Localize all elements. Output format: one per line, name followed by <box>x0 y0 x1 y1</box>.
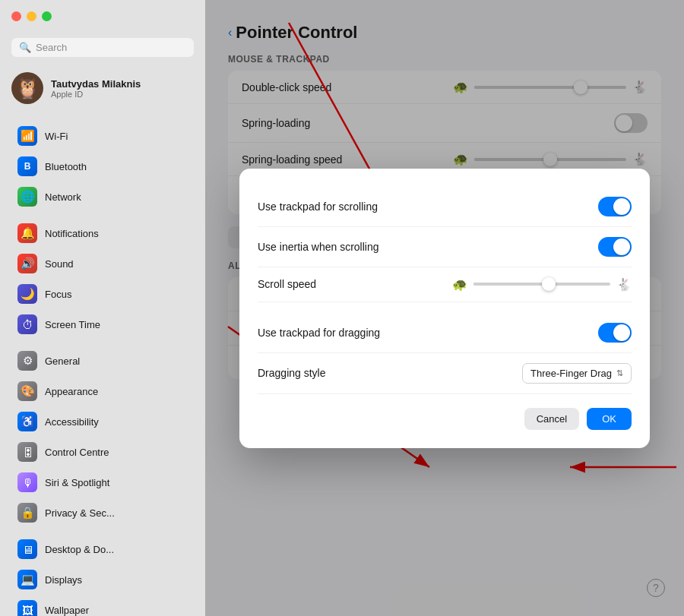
modal-inertia-row: Use inertia when scrolling <box>258 227 632 267</box>
sidebar-item-label: Sound <box>45 258 74 270</box>
scroll-slider-thumb[interactable] <box>542 277 556 291</box>
sidebar-item-label: Screen Time <box>45 319 100 330</box>
sidebar-item-label: Privacy & Sec... <box>45 507 115 519</box>
fullscreen-button[interactable] <box>42 11 52 21</box>
inertia-toggle[interactable] <box>598 237 632 257</box>
general-icon: ⚙ <box>17 351 37 371</box>
use-dragging-toggle[interactable] <box>598 323 632 343</box>
sidebar: 🔍 Search 🦉 Tautvydas Milaknis Apple ID 📶… <box>0 0 205 616</box>
sidebar-item-label: Appearance <box>45 386 98 397</box>
sidebar-item-label: Displays <box>45 574 82 586</box>
sidebar-item-privacy[interactable]: 🔒 Privacy & Sec... <box>6 498 199 527</box>
appearance-icon: 🎨 <box>17 381 37 401</box>
siri-icon: 🎙 <box>17 472 37 492</box>
toggle-knob-scroll <box>613 198 630 215</box>
modal-use-dragging-row: Use trackpad for dragging <box>258 313 632 353</box>
use-scrolling-toggle[interactable] <box>598 197 632 216</box>
sidebar-item-wallpaper[interactable]: 🖼 Wallpaper <box>6 595 199 616</box>
search-icon: 🔍 <box>19 42 31 53</box>
control-icon: 🎛 <box>17 442 37 462</box>
dragging-style-value: Three-Finger Drag <box>530 368 612 379</box>
close-button[interactable] <box>11 11 21 21</box>
sidebar-item-controlcenter[interactable]: 🎛 Control Centre <box>6 438 199 466</box>
sidebar-item-label: Siri & Spotlight <box>45 477 109 488</box>
modal-use-dragging-label: Use trackpad for dragging <box>258 327 598 339</box>
accessibility-icon: ♿ <box>17 412 37 431</box>
bluetooth-icon: B <box>17 156 37 176</box>
network-icon: 🌐 <box>17 187 37 207</box>
user-name: Tautvydas Milaknis <box>51 78 141 90</box>
sidebar-item-label: Network <box>45 191 81 203</box>
sidebar-item-general[interactable]: ⚙ General <box>6 346 199 375</box>
sidebar-item-accessibility[interactable]: ♿ Accessibility <box>6 407 199 436</box>
scroll-slider-track[interactable] <box>473 283 610 286</box>
modal-footer: Cancel OK <box>258 408 632 430</box>
focus-icon: 🌙 <box>17 284 37 304</box>
notifications-icon: 🔔 <box>17 223 37 243</box>
scroll-slider-fill <box>473 283 549 286</box>
sidebar-item-label: Bluetooth <box>45 161 87 172</box>
toggle-knob-inertia <box>613 239 630 255</box>
sidebar-item-label: Focus <box>45 289 71 300</box>
toggle-knob-drag <box>613 324 630 341</box>
traffic-lights <box>11 11 52 21</box>
wifi-icon: 📶 <box>17 126 37 146</box>
sidebar-item-label: Notifications <box>45 228 99 239</box>
scroll-speed-slider[interactable]: 🐢 🐇 <box>452 277 632 292</box>
sidebar-item-label: Desktop & Do... <box>45 544 114 555</box>
sidebar-item-displays[interactable]: 💻 Displays <box>6 565 199 594</box>
sidebar-item-siri[interactable]: 🎙 Siri & Spotlight <box>6 468 199 497</box>
sound-icon: 🔊 <box>17 254 37 273</box>
trackpad-options-modal: Use trackpad for scrolling Use inertia w… <box>239 169 650 448</box>
modal-use-scrolling-label: Use trackpad for scrolling <box>258 201 598 213</box>
sidebar-item-screentime[interactable]: ⏱ Screen Time <box>6 310 199 339</box>
modal-overlay: Use trackpad for scrolling Use inertia w… <box>205 0 684 616</box>
minimize-button[interactable] <box>27 11 36 21</box>
wallpaper-icon: 🖼 <box>17 600 37 616</box>
sidebar-item-network[interactable]: 🌐 Network <box>6 182 199 211</box>
search-bar[interactable]: 🔍 Search <box>11 38 194 57</box>
slow-scroll-icon: 🐢 <box>452 277 467 292</box>
modal-use-scrolling-row: Use trackpad for scrolling <box>258 187 632 227</box>
sidebar-item-wifi[interactable]: 📶 Wi-Fi <box>6 122 199 150</box>
sidebar-item-notifications[interactable]: 🔔 Notifications <box>6 219 199 248</box>
chevron-updown-icon: ⇅ <box>616 368 623 378</box>
sidebar-item-appearance[interactable]: 🎨 Appearance <box>6 377 199 406</box>
user-info: Tautvydas Milaknis Apple ID <box>51 78 141 99</box>
sidebar-item-label: Accessibility <box>45 416 99 428</box>
ok-button[interactable]: OK <box>587 408 632 430</box>
search-label: Search <box>36 42 67 53</box>
modal-dragstyle-label: Dragging style <box>258 367 522 379</box>
modal-gap <box>258 302 632 313</box>
screentime-icon: ⏱ <box>17 314 37 334</box>
sidebar-item-focus[interactable]: 🌙 Focus <box>6 280 199 308</box>
privacy-icon: 🔒 <box>17 503 37 523</box>
modal-inertia-label: Use inertia when scrolling <box>258 241 598 253</box>
modal-dragstyle-row: Dragging style Three-Finger Drag ⇅ <box>258 353 632 394</box>
avatar: 🦉 <box>11 72 43 104</box>
displays-icon: 💻 <box>17 570 37 589</box>
fast-scroll-icon: 🐇 <box>616 277 632 292</box>
modal-scrollspeed-label: Scroll speed <box>258 278 452 290</box>
sidebar-item-sound[interactable]: 🔊 Sound <box>6 249 199 278</box>
user-apple-id: Apple ID <box>51 90 141 99</box>
modal-scrollspeed-row: Scroll speed 🐢 🐇 <box>258 267 632 302</box>
sidebar-item-label: Wi-Fi <box>45 131 68 142</box>
sidebar-item-label: General <box>45 355 80 367</box>
dragging-style-select[interactable]: Three-Finger Drag ⇅ <box>522 363 632 384</box>
sidebar-item-desktop[interactable]: 🖥 Desktop & Do... <box>6 535 199 564</box>
desktop-icon: 🖥 <box>17 539 37 559</box>
sidebar-item-label: Control Centre <box>45 447 109 458</box>
sidebar-item-bluetooth[interactable]: B Bluetooth <box>6 152 199 181</box>
cancel-button[interactable]: Cancel <box>524 408 579 430</box>
sidebar-item-label: Wallpaper <box>45 605 89 616</box>
main-content: ‹ Pointer Control Mouse & Trackpad Doubl… <box>205 0 684 616</box>
user-profile[interactable]: 🦉 Tautvydas Milaknis Apple ID <box>0 66 205 110</box>
